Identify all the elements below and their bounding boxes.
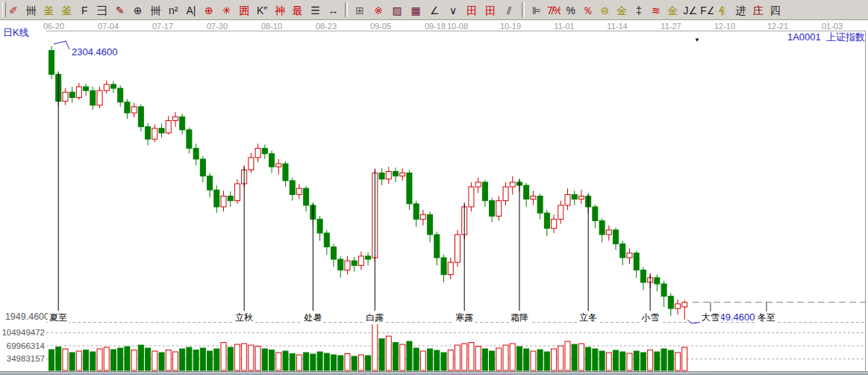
volume-bar <box>434 350 440 371</box>
candle <box>627 253 632 258</box>
candle <box>324 233 329 247</box>
volume-bar <box>393 343 399 371</box>
volume-bar <box>331 355 337 371</box>
bottom-edge-strip <box>0 371 868 375</box>
volume-bar <box>159 353 164 371</box>
volume-bar <box>448 350 453 371</box>
candle <box>269 154 275 167</box>
volume-bar <box>152 351 157 371</box>
volume-bar <box>469 343 474 371</box>
candle <box>661 284 666 296</box>
candle <box>379 173 384 179</box>
volume-bar <box>276 353 281 371</box>
volume-bar <box>606 353 611 371</box>
volume-bar <box>228 347 233 371</box>
min-price-label: 1949.4600 <box>0 312 49 322</box>
volume-bar <box>166 350 171 371</box>
candle <box>221 196 226 206</box>
candle <box>503 187 508 201</box>
candle <box>138 107 143 127</box>
stock-chart-window: ✐卌釜釜F彐✎⊕卌n²A|⊕✳囲K″神最☰↔⊞※▨▦∠∨田田⫽⊫7̸%%％⊜金‡… <box>0 0 868 375</box>
volume-bar <box>572 344 577 371</box>
volume-scale-label: 34983157 <box>0 354 45 363</box>
volume-bar <box>76 351 81 371</box>
candle <box>552 219 557 228</box>
volume-bar <box>234 344 240 371</box>
volume-bar <box>586 347 591 371</box>
solar-term-label: 霜降 <box>509 312 530 324</box>
candle <box>76 87 81 97</box>
candle <box>537 196 543 213</box>
volume-bar <box>552 349 557 371</box>
volume-bar <box>648 350 653 371</box>
volume-bar <box>110 350 116 371</box>
candle <box>187 130 192 149</box>
volume-bar <box>441 353 446 371</box>
volume-bar <box>200 348 205 371</box>
candle <box>193 149 199 159</box>
candle <box>90 90 96 105</box>
candle <box>448 262 453 274</box>
volume-bar <box>366 356 371 371</box>
candle <box>69 92 75 97</box>
candle <box>166 120 171 132</box>
candle <box>296 188 302 194</box>
candle <box>668 297 673 309</box>
solar-term-label: 寒露 <box>454 312 475 324</box>
volume-bar <box>428 349 433 371</box>
volume-bar <box>262 349 267 371</box>
volume-scale-label: 104949472 <box>0 328 45 337</box>
candle <box>214 190 219 207</box>
volume-bar <box>255 347 260 371</box>
candle <box>558 205 563 220</box>
solar-term-label: 夏至 <box>48 312 69 324</box>
volume-bar <box>146 348 151 371</box>
volume-bar <box>661 349 666 371</box>
candle <box>317 219 322 233</box>
volume-bar <box>613 350 619 371</box>
candle <box>524 185 529 199</box>
volume-bar <box>620 352 625 371</box>
volume-bar <box>180 349 185 371</box>
volume-bar <box>345 354 350 371</box>
volume-bar <box>290 354 295 371</box>
candle <box>441 258 446 275</box>
solar-term-label: 大雪 <box>700 312 721 324</box>
volume-bar <box>627 353 632 371</box>
volume-bar <box>324 353 329 371</box>
candle <box>434 235 440 258</box>
volume-bar <box>558 346 563 371</box>
volume-scale-label: 69966314 <box>0 341 45 350</box>
volume-bar <box>69 353 75 371</box>
volume-bar <box>386 336 391 371</box>
solar-term-label: 处暑 <box>302 312 323 324</box>
volume-bar <box>249 345 254 371</box>
volume-bar <box>63 349 68 371</box>
volume-bar <box>56 347 61 371</box>
volume-bar <box>49 350 54 371</box>
candle <box>262 149 267 154</box>
volume-bar <box>214 349 219 371</box>
candle <box>352 261 357 265</box>
candle <box>593 207 598 221</box>
candle <box>496 201 502 217</box>
candle <box>125 102 130 113</box>
volume-bar <box>193 350 199 371</box>
candle <box>578 196 584 199</box>
candle <box>172 117 178 120</box>
candle <box>386 171 391 179</box>
candle <box>180 117 185 130</box>
candle <box>606 230 611 235</box>
volume-bar <box>599 351 605 371</box>
candle <box>565 194 570 205</box>
candle <box>482 182 487 201</box>
volume-bar <box>310 354 316 371</box>
candle <box>234 184 240 201</box>
candle <box>104 84 109 90</box>
volume-bar <box>187 347 192 371</box>
candle <box>152 128 157 139</box>
candle <box>276 164 281 167</box>
volume-bar <box>269 350 275 371</box>
solar-term-label: 立冬 <box>578 312 599 324</box>
volume-bar <box>97 349 102 371</box>
